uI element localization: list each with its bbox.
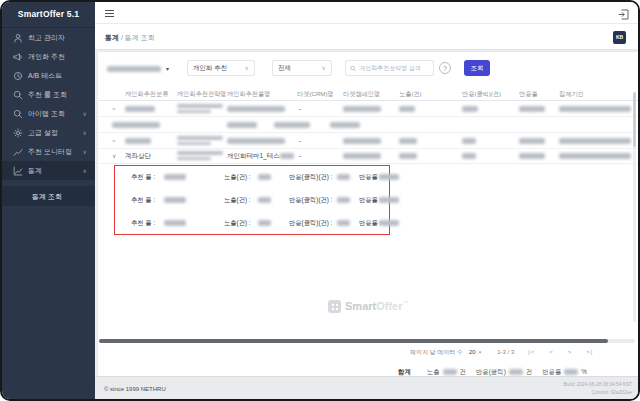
breadcrumb: 통계 / 통계 조회	[105, 34, 155, 41]
totals-rate-unit: %	[581, 369, 587, 375]
caret-down-icon[interactable]: ▾	[479, 350, 482, 355]
totals-label: 합계	[398, 369, 411, 375]
totals-clicks-label: 반응(클릭)	[476, 369, 506, 375]
search-field[interactable]	[345, 60, 434, 76]
first-page-button[interactable]: |<	[528, 349, 535, 355]
redacted-text	[337, 174, 350, 180]
help-icon[interactable]: ?	[439, 62, 451, 74]
sidebar-subitem-statistics-lookup[interactable]: 통계 조회	[2, 186, 95, 206]
next-page-button[interactable]: >	[568, 349, 573, 355]
breadcrumb-current[interactable]: 통계 조회	[125, 34, 155, 41]
chevron-down-icon: ∨	[83, 149, 87, 155]
prev-page-button[interactable]: <	[549, 349, 554, 355]
totals-impressions-label: 노출	[427, 369, 440, 375]
gear-icon	[13, 128, 23, 138]
redacted-text	[399, 138, 417, 144]
content-card: ▾ 개인화 추천 ∨ 전체 ∨ ? 조회 개인화추천분류	[98, 52, 638, 376]
redacted-text	[258, 174, 271, 180]
watermark-text-light: Offer	[376, 301, 402, 312]
redacted-text	[258, 197, 271, 203]
sidebar-item-recommend-monitoring[interactable]: 추천 모니터링 ∨	[2, 142, 95, 161]
strategy-type-select[interactable]: 개인화 추천 ∨	[187, 60, 255, 76]
redacted-text	[462, 153, 476, 159]
redacted-text	[519, 138, 545, 144]
expand-chevron-icon[interactable]: >	[112, 106, 116, 112]
table-row[interactable]: > -	[98, 133, 638, 149]
redacted-text	[462, 138, 476, 144]
search-input[interactable]	[359, 65, 429, 71]
clicks-label: 반응(클릭)(건) :	[289, 197, 332, 203]
impressions-label: 노출(건) :	[224, 220, 251, 226]
logout-icon[interactable]	[618, 7, 629, 18]
menu-toggle-button[interactable]	[105, 10, 114, 19]
vertical-scrollbar[interactable]	[633, 92, 636, 322]
sidebar-item-label: 통계	[28, 167, 42, 174]
redacted-text	[379, 197, 399, 203]
sidebar-item-ab-test[interactable]: A/B 테스트	[2, 66, 95, 85]
rule-label: 추천 룰 :	[131, 197, 155, 203]
redacted-text	[177, 151, 223, 155]
table-row-expanded[interactable]: ∨ 계좌상단 개인화테마1_테스 -	[98, 148, 638, 164]
search-submit-button[interactable]: 조회	[464, 60, 490, 76]
col-header: 반응률	[519, 91, 538, 97]
redacted-number	[509, 369, 523, 375]
sidebar-item-statistics[interactable]: 통계 ∧	[2, 161, 95, 180]
category-cell: 계좌상단	[125, 153, 151, 160]
scope-select[interactable]: 전체 ∨	[272, 60, 332, 76]
sidebar-item-admin[interactable]: 최고 관리자	[2, 28, 95, 47]
caret-down-icon: ▾	[166, 66, 169, 72]
col-header: 개인화추천룰명	[227, 91, 270, 97]
copyright-text: © since 1999 NETHRU	[104, 386, 166, 392]
col-header: 타겟캠페인명	[343, 91, 380, 97]
chevron-up-icon: ∧	[83, 168, 87, 174]
redacted-text	[343, 153, 381, 159]
clock-icon	[13, 71, 23, 81]
redacted-text	[125, 138, 151, 144]
detail-row: 추천 룰 : 노출(건) : 반응(클릭)(건) : 반응률 :	[115, 166, 389, 189]
last-page-button[interactable]: >|	[586, 349, 593, 355]
impressions-label: 노출(건) :	[224, 197, 251, 203]
sidebar-item-rule-lookup[interactable]: 추천 룰 조회	[2, 85, 95, 104]
redacted-text	[274, 122, 310, 128]
redacted-text	[125, 106, 155, 112]
redacted-text	[337, 197, 350, 203]
sidebar-item-advanced-settings[interactable]: 고급 설정 ∨	[2, 123, 95, 142]
redacted-text	[177, 104, 223, 108]
redacted-text	[164, 197, 186, 203]
horizontal-scrollbar-thumb[interactable]	[99, 339, 608, 343]
redacted-number	[443, 369, 457, 375]
watermark-text-bold: Smart	[345, 301, 376, 312]
search-icon	[13, 109, 23, 119]
highlighted-detail-box: 추천 룰 : 노출(건) : 반응(클릭)(건) : 반응률 : 추천 룰 : …	[114, 165, 390, 235]
date-range-picker[interactable]: ▾	[107, 62, 179, 76]
col-header: 타겟(CRM)명	[297, 91, 334, 97]
build-line2: Commit: 92a332ee	[591, 390, 632, 395]
redacted-text	[227, 138, 285, 144]
redacted-text	[227, 122, 257, 128]
sidebar-item-personalized-recommend[interactable]: 개인화 추천	[2, 47, 95, 66]
redacted-text	[177, 157, 211, 161]
redacted-text	[379, 220, 399, 226]
table-row[interactable]: > -	[98, 101, 638, 117]
top-bar	[95, 2, 638, 24]
sidebar-nav: 최고 관리자 개인화 추천 A/B 테스트 추천 룰 조회 아이템 조회	[2, 28, 95, 206]
breadcrumb-section: 통계	[105, 34, 119, 41]
horizontal-scrollbar[interactable]	[99, 339, 635, 343]
smartoffer-logo-icon	[328, 300, 341, 313]
kb-logo-badge[interactable]: KB	[613, 31, 626, 44]
vertical-scrollbar-thumb[interactable]	[633, 92, 636, 147]
sidebar-subitem-label: 통계 조회	[32, 193, 62, 200]
per-page-value[interactable]: 20	[469, 349, 476, 355]
build-line1: Build: 2024-08-28 08:34:54 KST	[563, 382, 632, 387]
footer: © since 1999 NETHRU Build: 2024-08-28 08…	[95, 376, 638, 399]
redacted-text	[399, 153, 417, 159]
table-header-row: 개인화추천분류 개인화추천전략명 개인화추천룰명 타겟(CRM)명 타겟캠페인명…	[98, 88, 638, 101]
redacted-text	[559, 138, 631, 144]
sidebar-item-item-lookup[interactable]: 아이템 조회 ∨	[2, 104, 95, 123]
sidebar-item-label: 아이템 조회	[28, 110, 65, 117]
col-header: 반응(클릭)(건)	[462, 91, 501, 97]
impressions-label: 노출(건) :	[224, 174, 251, 180]
breadcrumb-bar: 통계 / 통계 조회 KB	[95, 24, 638, 50]
collapse-chevron-icon[interactable]: ∨	[112, 153, 116, 159]
expand-chevron-icon[interactable]: >	[112, 138, 116, 144]
